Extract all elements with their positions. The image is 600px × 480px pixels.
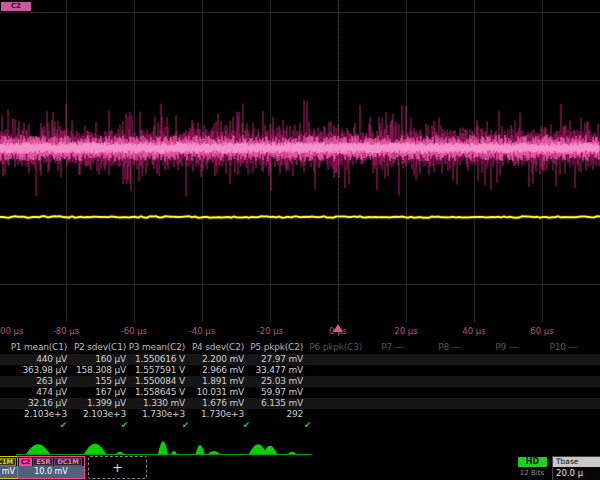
measurement-value: [482, 365, 541, 376]
measurement-value: [305, 387, 364, 398]
measurement-value: 10.031 mV: [187, 387, 246, 398]
histicon-peak[interactable]: [171, 451, 177, 454]
histicon-peak[interactable]: [288, 452, 296, 454]
measurement-value: 1.399 µV: [69, 398, 128, 409]
timebase-descriptor[interactable]: Tbase 20.0 µ: [552, 456, 600, 480]
measurement-histicons: [0, 431, 600, 456]
table-row: 2.103e+32.103e+31.730e+31.730e+3292: [0, 409, 600, 420]
measurement-status-empty: [315, 420, 376, 431]
measurement-header[interactable]: P3 mean(C2): [128, 341, 187, 354]
measurement-value: [305, 365, 364, 376]
measurement-header[interactable]: P8 ---: [421, 341, 478, 354]
measurement-value: [541, 387, 600, 398]
measurement-value: [541, 409, 600, 420]
measurement-header[interactable]: P5 pkpk(C2): [246, 341, 305, 354]
time-axis-label: 40 µs: [462, 326, 485, 336]
measurement-header[interactable]: P6 pkpk(C3): [305, 341, 364, 354]
measurement-value: [541, 354, 600, 365]
measurement-value: 292: [246, 409, 305, 420]
measurement-header[interactable]: P7 ---: [364, 341, 421, 354]
measurement-value: [541, 398, 600, 409]
channel-c2-descriptor[interactable]: C2 ESR DC1M 10.0 mV: [17, 456, 85, 479]
measurement-value: [423, 365, 482, 376]
measurement-value: [423, 409, 482, 420]
measurement-value: 2.103e+3: [10, 409, 69, 420]
c2-scale-value: 10.0 mV: [18, 466, 84, 478]
measurement-value: 363.98 µV: [10, 365, 69, 376]
histicon-peak[interactable]: [84, 444, 106, 455]
table-row: 263 µV155 µV1.550084 V1.891 mV25.03 mV: [0, 376, 600, 387]
measurement-value: 25.03 mV: [246, 376, 305, 387]
measurement-header[interactable]: P9 ---: [478, 341, 535, 354]
measurement-value: 1.557591 V: [128, 365, 187, 376]
histicon-peak[interactable]: [196, 445, 205, 454]
histicon-strip[interactable]: [0, 431, 600, 456]
histicon-peak[interactable]: [158, 441, 168, 454]
measurement-value: [305, 376, 364, 387]
measurement-value: 160 µV: [69, 354, 128, 365]
measurement-value: [482, 376, 541, 387]
measurement-header[interactable]: P11 ---: [592, 341, 600, 354]
measurement-value: 2.966 mV: [187, 365, 246, 376]
histicon-peak[interactable]: [208, 451, 220, 454]
histicon-peak[interactable]: [116, 452, 124, 454]
measurement-value: 1.550084 V: [128, 376, 187, 387]
table-row: 32.16 µV1.399 µV1.330 mV1.676 mV6.135 mV: [0, 398, 600, 409]
measurement-header[interactable]: P1 mean(C1): [10, 341, 69, 354]
measurement-header[interactable]: P2 sdev(C1): [69, 341, 128, 354]
graticule-and-traces: [0, 0, 600, 322]
measurement-value: 2.200 mV: [187, 354, 246, 365]
measurement-status-check-icon: ✔: [254, 420, 315, 431]
c2-esr-badge: ESR: [33, 458, 53, 466]
measurement-value: [423, 398, 482, 409]
measurement-value: [364, 409, 423, 420]
measurement-value: [482, 354, 541, 365]
measurement-value: 32.16 µV: [10, 398, 69, 409]
histicon-peak[interactable]: [263, 446, 277, 454]
measurement-value: [305, 409, 364, 420]
timebase-label: Tbase: [556, 457, 578, 466]
measurement-value: 167 µV: [69, 387, 128, 398]
descriptor-bar: DC1M 0 mV C2 ESR DC1M 10.0 mV + HD 12 Bi…: [0, 456, 600, 480]
measurement-value: [423, 387, 482, 398]
measurement-status-check-icon: ✔: [71, 420, 132, 431]
measurement-value: [364, 376, 423, 387]
time-axis-label: 60 µs: [530, 326, 553, 336]
time-axis-label: 00 µs: [0, 326, 23, 336]
timebase-value: 20.0 µ: [553, 467, 600, 480]
table-row: ✔✔✔✔✔: [0, 420, 600, 431]
add-trace-button[interactable]: +: [88, 456, 147, 479]
measurement-value: 1.330 mV: [128, 398, 187, 409]
measurement-value: [364, 387, 423, 398]
measurement-value: [305, 398, 364, 409]
measurement-header[interactable]: P4 sdev(C2): [187, 341, 246, 354]
waveform-display[interactable]: C2: [0, 0, 600, 322]
trace-annotation-badge: C2: [1, 2, 31, 11]
measurement-value: 474 µV: [10, 387, 69, 398]
measurement-value: 1.558645 V: [128, 387, 187, 398]
table-row: P1 mean(C1)P2 sdev(C1)P3 mean(C2)P4 sdev…: [0, 341, 600, 354]
measurement-value: [482, 409, 541, 420]
measurement-value: [541, 365, 600, 376]
measurement-value: 1.891 mV: [187, 376, 246, 387]
measurement-value: [305, 354, 364, 365]
resolution-bits-label: 12 Bits: [512, 469, 552, 477]
time-axis-label: -20 µs: [257, 326, 283, 336]
measurement-value: 155 µV: [69, 376, 128, 387]
table-row: 440 µV160 µV1.550616 V2.200 mV27.97 mV: [0, 354, 600, 365]
histicon-peak[interactable]: [26, 444, 50, 454]
measurement-value: 158.308 µV: [69, 365, 128, 376]
measurement-value: 1.730e+3: [128, 409, 187, 420]
measurement-header[interactable]: P10 ---: [535, 341, 592, 354]
time-axis: 00 µs-80 µs-60 µs-40 µs-20 µs0 µs20 µs40…: [0, 322, 600, 340]
measurement-value: 6.135 mV: [246, 398, 305, 409]
measurement-value: 263 µV: [10, 376, 69, 387]
channel-c1-descriptor[interactable]: DC1M 0 mV: [0, 456, 18, 479]
time-axis-label: -80 µs: [53, 326, 79, 336]
c1-coupling-badge: DC1M: [0, 458, 16, 466]
measurement-status-check-icon: ✔: [10, 420, 71, 431]
hd-mode-badge[interactable]: HD: [518, 457, 547, 467]
measurement-value: 59.97 mV: [246, 387, 305, 398]
measurement-value: 1.730e+3: [187, 409, 246, 420]
measurement-table: P1 mean(C1)P2 sdev(C1)P3 mean(C2)P4 sdev…: [0, 341, 600, 431]
